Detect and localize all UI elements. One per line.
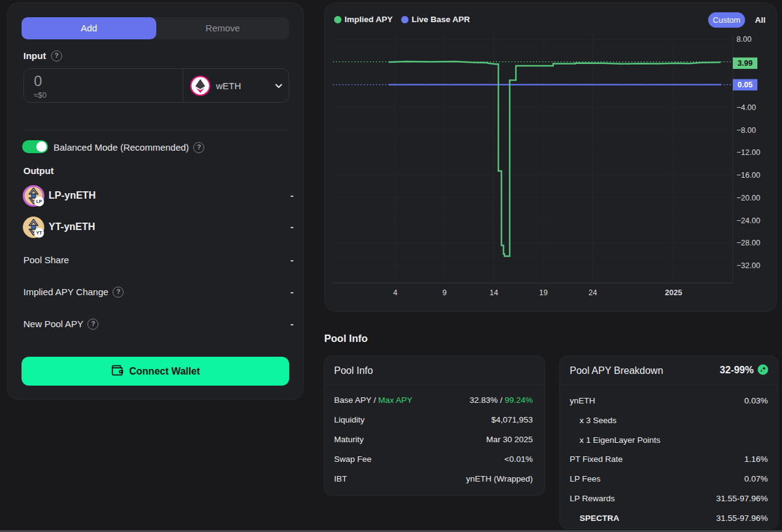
- svg-text:14: 14: [490, 288, 498, 297]
- svg-text:−12.00: −12.00: [736, 148, 760, 157]
- svg-text:−24.00: −24.00: [736, 216, 760, 225]
- svg-text:3.99: 3.99: [738, 59, 752, 68]
- svg-text:−20.00: −20.00: [736, 194, 760, 202]
- svg-text:−4.00: −4.00: [736, 103, 756, 112]
- svg-text:−32.00: −32.00: [736, 261, 760, 270]
- svg-text:−28.00: −28.00: [736, 239, 760, 247]
- svg-text:−16.00: −16.00: [736, 171, 760, 180]
- svg-text:−8.00: −8.00: [736, 126, 756, 135]
- svg-text:8.00: 8.00: [736, 35, 751, 44]
- svg-text:LP: LP: [36, 199, 42, 204]
- svg-text:24: 24: [589, 288, 597, 297]
- svg-text:0.05: 0.05: [738, 81, 752, 89]
- svg-text:4: 4: [393, 288, 397, 297]
- svg-text:9: 9: [442, 288, 447, 297]
- svg-text:2025: 2025: [665, 288, 682, 297]
- svg-text:YT: YT: [36, 230, 42, 236]
- svg-text:19: 19: [539, 288, 548, 297]
